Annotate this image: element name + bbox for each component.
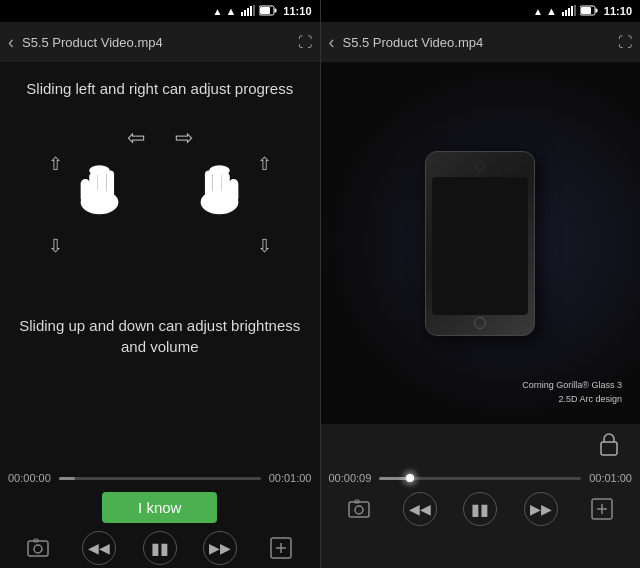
svg-rect-17 (205, 170, 213, 200)
network-icon: ▲ (213, 6, 223, 17)
phone-camera (475, 162, 485, 172)
svg-rect-30 (574, 5, 576, 16)
pause-button-left[interactable]: ▮▮ (143, 531, 177, 565)
next-button-right[interactable]: ▶▶ (524, 492, 558, 526)
bottom-controls-right: 00:00:09 00:01:00 ◀◀ ▮▮ (321, 468, 641, 568)
video-title-left: S5.5 Product Video.mp4 (22, 35, 298, 50)
svg-rect-32 (595, 8, 597, 12)
svg-rect-2 (247, 8, 249, 16)
battery-icon (259, 5, 277, 18)
video-label-line1: Corning Gorilla® Glass 3 (522, 379, 622, 393)
pause-icon: ▮▮ (151, 539, 169, 558)
scrub-bar-right[interactable] (379, 477, 581, 480)
hands-illustration (40, 155, 280, 215)
svg-rect-15 (221, 172, 230, 202)
pause-button-right[interactable]: ▮▮ (463, 492, 497, 526)
time-end-left: 00:01:00 (269, 472, 312, 484)
pause-icon-right: ▮▮ (471, 500, 489, 519)
svg-rect-34 (601, 442, 617, 455)
left-panel: ▲ ▲ 11:10 ‹ S5.5 Product Video.mp4 ⛶ Sli… (0, 0, 320, 568)
controls-row-left: ◀◀ ▮▮ ▶▶ (8, 527, 312, 568)
left-hand-icon (72, 155, 127, 215)
status-bar-right: ▲ ▲ 11:10 (321, 0, 641, 22)
signal-icon-right (562, 5, 576, 18)
lock-button[interactable] (598, 431, 620, 461)
svg-rect-9 (89, 172, 98, 202)
svg-rect-1 (244, 10, 246, 16)
svg-rect-7 (260, 7, 270, 14)
time-current-right: 00:00:09 (329, 472, 372, 484)
video-title-right: S5.5 Product Video.mp4 (343, 35, 619, 50)
back-button-right[interactable]: ‹ (329, 32, 335, 53)
progress-row-right: 00:00:09 00:01:00 (329, 468, 633, 488)
fullscreen-button-right[interactable]: ⛶ (618, 34, 632, 50)
wifi-icon: ▲ (225, 5, 236, 17)
right-panel: ▲ ▲ 11:10 ‹ S5.5 Product Video.mp4 ⛶ (321, 0, 641, 568)
progress-row-left: 00:00:00 00:01:00 (8, 468, 312, 488)
gesture-area: ⇦ ⇨ ⇧ ⇩ ⇧ ⇩ (40, 115, 280, 295)
arrow-right-icon: ⇨ (175, 125, 193, 151)
prev-button-right[interactable]: ◀◀ (403, 492, 437, 526)
svg-rect-26 (562, 12, 564, 16)
battery-icon-right (580, 5, 598, 18)
prev-icon-right: ◀◀ (409, 501, 431, 517)
scrub-thumb-right (406, 474, 414, 482)
video-area[interactable]: Corning Gorilla® Glass 3 2.5D Arc design (321, 62, 641, 424)
iknow-button[interactable]: I know (102, 492, 217, 523)
svg-rect-18 (229, 179, 238, 203)
prev-icon: ◀◀ (88, 540, 110, 556)
bottom-controls-left: 00:00:00 00:01:00 I know ◀◀ ▮▮ (0, 468, 320, 568)
svg-rect-0 (241, 12, 243, 16)
back-button-left[interactable]: ‹ (8, 32, 14, 53)
next-icon: ▶▶ (209, 540, 231, 556)
progress-bar-left[interactable] (59, 477, 261, 480)
status-bar-left: ▲ ▲ 11:10 (0, 0, 320, 22)
phone-screen (432, 177, 528, 315)
right-hand-icon (192, 155, 247, 215)
svg-point-21 (34, 545, 42, 553)
network-icon-right: ▲ (533, 6, 543, 17)
lr-arrows: ⇦ ⇨ (127, 125, 193, 151)
video-label-line2: 2.5D Arc design (522, 393, 622, 407)
status-time-right: 11:10 (604, 5, 632, 17)
svg-rect-12 (81, 179, 90, 203)
svg-rect-27 (565, 10, 567, 16)
prev-button-left[interactable]: ◀◀ (82, 531, 116, 565)
lock-area (321, 424, 641, 468)
wifi-icon-right: ▲ (546, 5, 557, 17)
svg-rect-29 (571, 6, 573, 16)
arrow-down-right-icon: ⇩ (257, 235, 272, 257)
fullscreen-button-left[interactable]: ⛶ (298, 34, 312, 50)
svg-point-13 (89, 165, 110, 175)
progress-fill-left (59, 477, 75, 480)
options-button-left[interactable] (264, 531, 298, 565)
svg-rect-11 (107, 170, 115, 200)
svg-rect-4 (253, 5, 255, 16)
status-time-left: 11:10 (283, 5, 311, 17)
svg-rect-28 (568, 8, 570, 16)
controls-row-right: ◀◀ ▮▮ ▶▶ (329, 488, 633, 530)
signal-icon (241, 5, 255, 18)
screenshot-button-left[interactable] (21, 531, 55, 565)
svg-rect-33 (581, 7, 591, 14)
time-end-right: 00:01:00 (589, 472, 632, 484)
instruction-text-2: Sliding up and down can adjust brightnes… (12, 315, 308, 357)
next-button-left[interactable]: ▶▶ (203, 531, 237, 565)
phone-home-button (474, 317, 486, 329)
iknow-row: I know (8, 492, 312, 523)
svg-rect-6 (275, 8, 277, 12)
time-start-left: 00:00:00 (8, 472, 51, 484)
video-overlay-label: Corning Gorilla® Glass 3 2.5D Arc design (522, 379, 622, 406)
phone-device (425, 151, 535, 336)
tutorial-content: Sliding left and right can adjust progre… (0, 62, 320, 468)
options-button-right[interactable] (585, 492, 619, 526)
video-frame: Corning Gorilla® Glass 3 2.5D Arc design (321, 62, 641, 424)
svg-point-36 (355, 506, 363, 514)
svg-rect-3 (250, 6, 252, 16)
title-bar-left: ‹ S5.5 Product Video.mp4 ⛶ (0, 22, 320, 62)
arrow-left-icon: ⇦ (127, 125, 145, 151)
instruction-text-1: Sliding left and right can adjust progre… (26, 78, 293, 99)
next-icon-right: ▶▶ (530, 501, 552, 517)
arrow-down-left-icon: ⇩ (48, 235, 63, 257)
screenshot-button-right[interactable] (342, 492, 376, 526)
